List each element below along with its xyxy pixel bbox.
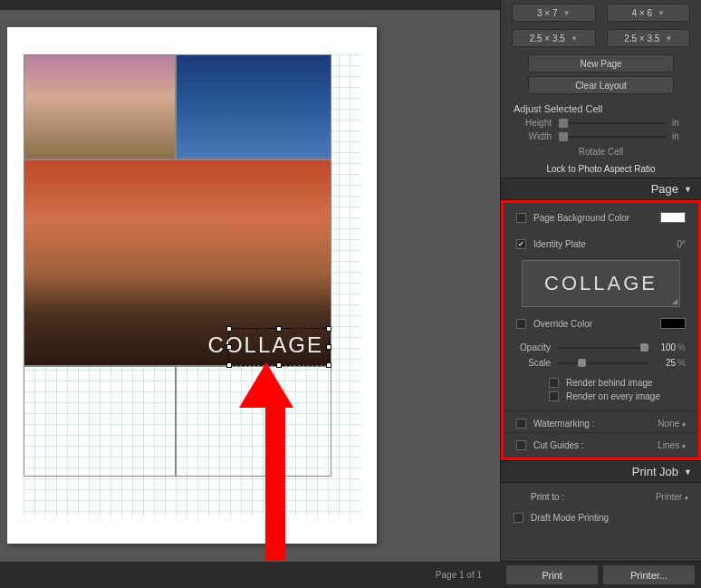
bottom-action-bar: Print Printer... bbox=[500, 561, 701, 588]
bg-color-label: Page Background Color bbox=[533, 213, 629, 223]
rotate-cell-link[interactable]: Rotate Cell bbox=[501, 143, 701, 160]
render-every-checkbox[interactable] bbox=[549, 391, 559, 401]
bg-color-checkbox[interactable] bbox=[516, 213, 526, 223]
page-panel-body: Page Background Color Identity Plate 0° … bbox=[501, 200, 701, 460]
print-to-value[interactable]: Printer ♦ bbox=[656, 492, 688, 502]
identity-plate-label: Identity Plate bbox=[533, 239, 586, 249]
override-color-swatch[interactable] bbox=[660, 318, 686, 329]
override-color-label: Override Color bbox=[533, 319, 592, 329]
page-counter: Page 1 of 1 bbox=[436, 570, 482, 580]
identity-angle[interactable]: 0° bbox=[677, 239, 686, 249]
render-behind-label: Render behind image bbox=[566, 378, 653, 388]
height-unit: in bbox=[667, 118, 688, 128]
identity-plate-checkbox[interactable] bbox=[516, 239, 526, 249]
chevron-down-icon: ▼ bbox=[563, 9, 571, 17]
opacity-value[interactable]: 100 bbox=[648, 342, 676, 352]
width-label: Width bbox=[514, 131, 559, 141]
opacity-label: Opacity bbox=[516, 342, 558, 352]
print-job-panel-header[interactable]: Print Job▼ bbox=[501, 460, 701, 483]
status-bar: Page 1 of 1 bbox=[0, 561, 500, 588]
preset-3x7[interactable]: 3 × 7▼ bbox=[512, 4, 596, 22]
photo-cell-top-left[interactable] bbox=[24, 54, 176, 159]
chevron-down-icon: ▼ bbox=[665, 34, 672, 43]
adjust-cell-title: Adjust Selected Cell bbox=[501, 98, 701, 116]
preset-4x6[interactable]: 4 × 6▼ bbox=[607, 4, 691, 22]
bg-color-swatch[interactable] bbox=[660, 212, 686, 223]
override-color-checkbox[interactable] bbox=[516, 319, 526, 329]
triangle-down-icon: ▼ bbox=[684, 185, 692, 194]
page-panel-header[interactable]: Page▼ bbox=[501, 178, 701, 200]
right-panel: 3 × 7▼ 4 × 6▼ 2.5 × 3.5▼ 2.5 × 3.5▼ New … bbox=[500, 0, 701, 588]
photo-cell-bottom-left[interactable] bbox=[24, 366, 176, 477]
opacity-slider[interactable] bbox=[558, 347, 648, 349]
lock-aspect-link[interactable]: Lock to Photo Aspect Ratio bbox=[501, 160, 701, 178]
horizontal-ruler bbox=[0, 0, 500, 11]
draft-mode-checkbox[interactable] bbox=[514, 513, 523, 523]
height-slider[interactable] bbox=[559, 122, 667, 124]
preset-2p5x3p5-a[interactable]: 2.5 × 3.5▼ bbox=[512, 29, 596, 47]
draft-mode-label: Draft Mode Printing bbox=[531, 513, 609, 523]
height-label: Height bbox=[514, 118, 559, 128]
printer-button[interactable]: Printer... bbox=[602, 564, 696, 585]
watermarking-label: Watermarking : bbox=[533, 419, 594, 429]
watermarking-value[interactable]: None ♦ bbox=[658, 419, 686, 429]
canvas-area: COLLAGE bbox=[0, 11, 500, 561]
chevron-down-icon: ▼ bbox=[658, 9, 665, 17]
clear-layout-button[interactable]: Clear Layout bbox=[528, 76, 674, 94]
selection-box[interactable] bbox=[228, 328, 330, 366]
identity-plate-preview[interactable]: COLLAGE bbox=[522, 260, 680, 307]
width-slider[interactable] bbox=[559, 136, 667, 138]
watermarking-checkbox[interactable] bbox=[516, 419, 526, 429]
triangle-down-icon: ▼ bbox=[684, 468, 692, 477]
cut-guides-value[interactable]: Lines ♦ bbox=[658, 440, 686, 450]
scale-value[interactable]: 25 bbox=[648, 358, 676, 368]
width-unit: in bbox=[667, 131, 688, 141]
photo-cell-top-right[interactable] bbox=[176, 54, 331, 159]
preset-2p5x3p5-b[interactable]: 2.5 × 3.5▼ bbox=[607, 29, 691, 47]
print-to-label: Print to : bbox=[531, 492, 564, 502]
dropdown-corner-icon bbox=[672, 299, 677, 304]
annotation-arrow bbox=[256, 362, 293, 562]
scale-slider[interactable] bbox=[558, 362, 648, 364]
print-button[interactable]: Print bbox=[505, 564, 599, 585]
render-every-label: Render on every image bbox=[566, 391, 660, 401]
scale-label: Scale bbox=[516, 358, 558, 368]
new-page-button[interactable]: New Page bbox=[528, 54, 674, 72]
print-page[interactable]: COLLAGE bbox=[7, 27, 377, 544]
cut-guides-label: Cut Guides : bbox=[533, 440, 584, 450]
chevron-down-icon: ▼ bbox=[571, 34, 578, 43]
render-behind-checkbox[interactable] bbox=[549, 378, 559, 388]
cut-guides-checkbox[interactable] bbox=[516, 440, 526, 450]
